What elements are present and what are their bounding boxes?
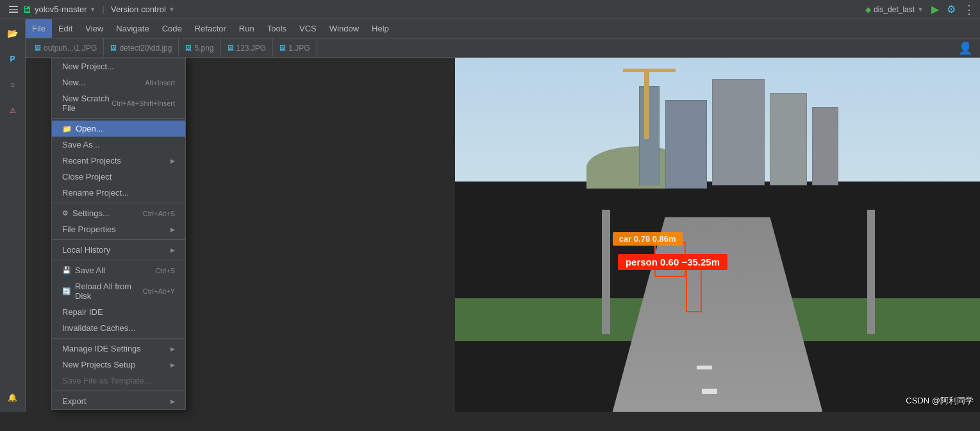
settings-shortcut: Ctrl+Alt+S — [143, 210, 175, 217]
content-area: File Edit View Navigate Code Refactor Ru… — [26, 19, 980, 412]
building-4 — [812, 107, 838, 185]
menu-close-project[interactable]: Close Project — [52, 169, 185, 185]
more-button[interactable]: ⋮ — [963, 3, 975, 17]
tab-icon: 🖼 — [185, 44, 192, 51]
settings-label: Settings... — [72, 208, 110, 218]
scratch-shortcut: Ctrl+Alt+Shift+Insert — [112, 99, 175, 107]
menu-save-all[interactable]: 💾 Save All Ctrl+S — [52, 262, 185, 278]
branch-selector[interactable]: ◆ dis_det_last ▼ — [865, 5, 924, 14]
menu-file[interactable]: File — [26, 19, 52, 38]
divider-4 — [52, 260, 185, 260]
menu-code[interactable]: Code — [156, 19, 188, 38]
menu-tools[interactable]: Tools — [261, 19, 293, 38]
menu-save-as[interactable]: Save As... — [52, 137, 185, 153]
hamburger-menu[interactable] — [5, 2, 22, 17]
divider-5 — [52, 338, 185, 339]
tab-icon: 🖼 — [279, 44, 286, 51]
divider-3 — [52, 239, 185, 240]
branch-chevron: ▼ — [917, 6, 924, 13]
menu-export[interactable]: Export — [52, 393, 185, 409]
road-marking-2 — [697, 366, 713, 369]
menu-local-history[interactable]: Local History — [52, 242, 185, 258]
user-avatar[interactable]: 👤 — [953, 41, 977, 55]
file-properties-arrow — [170, 226, 175, 233]
tab-5png[interactable]: 🖼 5.png — [179, 38, 220, 57]
menu-view[interactable]: View — [79, 19, 110, 38]
close-project-label: Close Project — [62, 172, 112, 182]
version-control-label[interactable]: Version control — [111, 4, 166, 14]
local-history-label: Local History — [62, 245, 110, 255]
tab-label: 5.png — [194, 44, 213, 53]
save-as-label: Save As... — [62, 140, 100, 149]
tab-detect20-ddjpg[interactable]: 🖼 detect20\dd.jpg — [104, 38, 179, 57]
vc-chevron[interactable]: ▼ — [169, 6, 175, 13]
project-icon[interactable]: 📂 — [4, 24, 22, 42]
rename-project-label: Rename Project... — [62, 188, 129, 198]
image-area: car 0.78 0.86m person 0.60 −35.25m CSDN … — [455, 58, 980, 412]
watermark: CSDN @阿利同学 — [906, 395, 974, 407]
save-all-label: Save All — [75, 266, 105, 275]
reload-icon: 🔄 — [62, 287, 71, 296]
recent-projects-label: Recent Projects — [62, 156, 121, 165]
title-bar: 🖥 yolov5-master ▼ | Version control ▼ ◆ … — [0, 0, 980, 19]
tab-icon: 🖼 — [110, 44, 117, 51]
scratch-label: New Scratch File — [62, 94, 112, 113]
tab-output-1jpg[interactable]: 🖼 output\...\1.JPG — [28, 38, 104, 57]
tab-bar: 🖼 output\...\1.JPG 🖼 detect20\dd.jpg 🖼 5… — [26, 38, 980, 58]
tab-1jpg[interactable]: 🖼 1.JPG — [273, 38, 317, 57]
repair-ide-label: Repair IDE — [62, 307, 103, 317]
export-label: Export — [62, 396, 87, 406]
new-label: New... — [62, 78, 85, 87]
menu-invalidate-caches[interactable]: Invalidate Caches... — [52, 320, 185, 336]
separator: | — [103, 4, 104, 14]
road-marking-1 — [702, 389, 718, 394]
project-chevron[interactable]: ▼ — [90, 6, 96, 13]
menu-edit[interactable]: Edit — [52, 19, 79, 38]
menu-open[interactable]: 📁 Open... — [52, 121, 185, 137]
menu-run[interactable]: Run — [233, 19, 261, 38]
tab-icon: 🖼 — [228, 44, 234, 51]
menu-new-project[interactable]: New Project... — [52, 58, 185, 74]
notifications-icon[interactable]: 🔔 — [4, 389, 22, 407]
menu-new[interactable]: New... Alt+Insert — [52, 74, 185, 90]
save-all-icon: 💾 — [62, 266, 71, 275]
new-project-label: New Project... — [62, 62, 114, 71]
menu-recent-projects[interactable]: Recent Projects — [52, 153, 185, 169]
find-icon[interactable]: P — [4, 50, 22, 68]
gear-button[interactable]: ⚙ — [947, 3, 956, 15]
menu-vcs[interactable]: VCS — [293, 19, 323, 38]
menu-repair-ide[interactable]: Repair IDE — [52, 304, 185, 320]
crane-arm — [623, 69, 676, 72]
streetlight-pole-right — [867, 210, 875, 334]
crane-pole — [644, 69, 649, 139]
save-all-shortcut: Ctrl+S — [155, 267, 175, 275]
menu-refactor[interactable]: Refactor — [188, 19, 233, 38]
reload-shortcut: Ctrl+Alt+Y — [143, 287, 175, 295]
intellij-logo: 🖥 — [22, 4, 32, 15]
title-bar-right: ◆ dis_det_last ▼ ▶ ⚙ ⋮ — [865, 3, 975, 17]
menu-settings[interactable]: ⚙ Settings... Ctrl+Alt+S — [52, 205, 185, 221]
structure-icon[interactable]: ≡ — [4, 76, 22, 94]
tab-123jpg[interactable]: 🖼 123.JPG — [221, 38, 274, 57]
menu-help[interactable]: Help — [365, 19, 395, 38]
menu-reload-all[interactable]: 🔄 Reload All from Disk Ctrl+Alt+Y — [52, 278, 185, 304]
menu-file-properties[interactable]: File Properties — [52, 221, 185, 237]
menu-new-projects-setup[interactable]: New Projects Setup — [52, 357, 185, 373]
run-button[interactable]: ▶ — [931, 3, 939, 15]
menu-window[interactable]: Window — [323, 19, 365, 38]
building-3 — [770, 93, 806, 185]
file-properties-label: File Properties — [62, 224, 116, 234]
manage-ide-label: Manage IDE Settings — [62, 344, 141, 353]
menu-manage-ide-settings[interactable]: Manage IDE Settings — [52, 341, 185, 357]
open-folder-icon: 📁 — [62, 124, 72, 133]
reload-label: Reload All from Disk — [75, 282, 143, 301]
manage-ide-arrow — [170, 345, 175, 352]
menu-rename-project[interactable]: Rename Project... — [52, 185, 185, 201]
tab-label: 1.JPG — [288, 44, 310, 53]
menu-new-scratch-file[interactable]: New Scratch File Ctrl+Alt+Shift+Insert — [52, 90, 185, 116]
activity-bar: 📂 P ≡ ⚠ 🔔 — [0, 19, 26, 412]
menu-navigate[interactable]: Navigate — [110, 19, 155, 38]
problems-icon[interactable]: ⚠ — [4, 101, 22, 119]
recent-projects-arrow — [170, 157, 175, 164]
local-history-arrow — [170, 246, 175, 253]
